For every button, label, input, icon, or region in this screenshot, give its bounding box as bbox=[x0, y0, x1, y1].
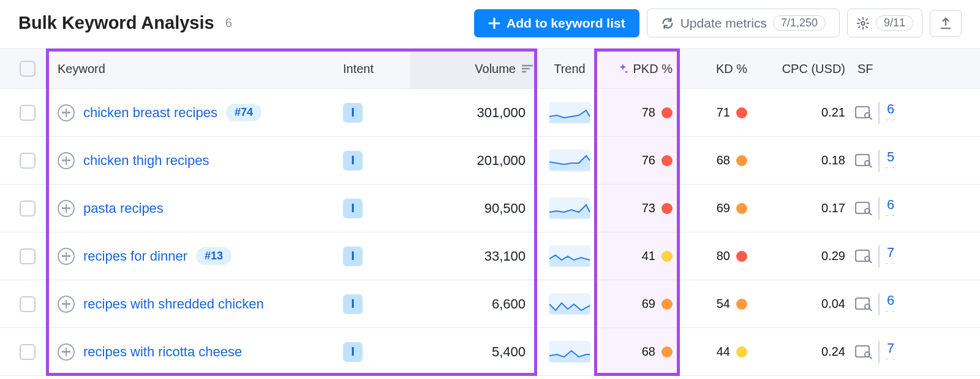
pkd-value: 68 bbox=[642, 345, 655, 359]
keyword-count: 6 bbox=[225, 16, 232, 30]
col-cpc[interactable]: CPC (USD) bbox=[753, 62, 851, 76]
pkd-value: 78 bbox=[642, 105, 655, 120]
col-intent[interactable]: Intent bbox=[337, 62, 410, 76]
table-settings-button[interactable]: 9/11 bbox=[847, 9, 922, 37]
kd-difficulty-dot bbox=[736, 107, 747, 118]
pkd-value: 76 bbox=[642, 153, 655, 167]
keyword-link[interactable]: recipes with shredded chicken bbox=[83, 296, 264, 312]
serp-icon[interactable] bbox=[855, 202, 872, 215]
intent-badge[interactable]: I bbox=[343, 247, 363, 266]
expand-icon[interactable] bbox=[58, 104, 75, 121]
sf-divider bbox=[878, 150, 880, 172]
sf-link[interactable]: 5 - - bbox=[886, 150, 896, 171]
row-checkbox[interactable] bbox=[20, 344, 36, 360]
kd-value: 80 bbox=[717, 249, 730, 263]
col-pkd-label: PKD % bbox=[633, 62, 673, 76]
kd-value: 44 bbox=[717, 345, 730, 359]
intent-badge[interactable]: I bbox=[343, 151, 363, 170]
serp-icon[interactable] bbox=[855, 106, 872, 120]
sf-link[interactable]: 7 - - bbox=[886, 342, 896, 362]
pkd-difficulty-dot bbox=[662, 299, 673, 310]
sf-divider bbox=[878, 293, 880, 315]
kd-value: 68 bbox=[717, 153, 730, 167]
col-trend[interactable]: Trend bbox=[539, 62, 600, 76]
table-row: recipes for dinner #13 I 33,100 41 80 bbox=[0, 232, 980, 280]
intent-badge[interactable]: I bbox=[343, 342, 363, 362]
trend-sparkline[interactable] bbox=[549, 197, 590, 220]
toolbar: Bulk Keyword Analysis 6 Add to keyword l… bbox=[0, 0, 980, 48]
kd-value: 69 bbox=[717, 201, 730, 215]
keyword-link[interactable]: recipes with ricotta cheese bbox=[83, 344, 242, 360]
sf-link[interactable]: 6 - - bbox=[886, 198, 896, 219]
table-row: chicken breast recipes #74 I 301,000 78 … bbox=[0, 89, 980, 137]
rank-pill: #13 bbox=[196, 247, 232, 265]
col-keyword[interactable]: Keyword bbox=[49, 62, 337, 76]
expand-icon[interactable] bbox=[58, 343, 75, 361]
sort-desc-icon bbox=[522, 64, 533, 73]
sf-link[interactable]: 6 - - bbox=[886, 102, 896, 123]
row-checkbox[interactable] bbox=[20, 105, 36, 121]
plus-icon bbox=[488, 17, 500, 29]
gear-icon bbox=[856, 17, 870, 30]
row-checkbox[interactable] bbox=[20, 153, 36, 169]
kd-difficulty-dot bbox=[736, 155, 747, 166]
sf-divider bbox=[878, 197, 880, 220]
page-title: Bulk Keyword Analysis bbox=[18, 13, 214, 33]
table-header-row: Keyword Intent Volume Trend PKD % KD % C… bbox=[0, 48, 980, 89]
kd-difficulty-dot bbox=[736, 251, 747, 262]
sf-link[interactable]: 7 - - bbox=[886, 246, 896, 267]
col-sf[interactable]: SF bbox=[851, 62, 943, 76]
cpc-value: 0.29 bbox=[753, 249, 851, 263]
expand-icon[interactable] bbox=[58, 200, 75, 217]
kd-value: 54 bbox=[717, 297, 730, 311]
update-metrics-button[interactable]: Update metrics 7/1,250 bbox=[647, 9, 840, 37]
volume-value: 90,500 bbox=[410, 201, 539, 216]
cpc-value: 0.04 bbox=[753, 297, 851, 311]
pkd-difficulty-dot bbox=[662, 251, 673, 262]
expand-icon[interactable] bbox=[58, 248, 75, 265]
row-checkbox[interactable] bbox=[20, 248, 36, 264]
col-pkd[interactable]: PKD % bbox=[600, 49, 680, 88]
kd-difficulty-dot bbox=[736, 346, 747, 358]
update-quota-pill: 7/1,250 bbox=[773, 15, 826, 31]
col-volume-label: Volume bbox=[475, 62, 516, 76]
trend-sparkline[interactable] bbox=[549, 293, 590, 315]
pkd-value: 69 bbox=[642, 297, 655, 311]
update-button-label: Update metrics bbox=[680, 16, 767, 31]
kd-difficulty-dot bbox=[736, 299, 747, 310]
keyword-link[interactable]: pasta recipes bbox=[83, 201, 164, 216]
expand-icon[interactable] bbox=[58, 296, 75, 313]
keyword-link[interactable]: recipes for dinner bbox=[83, 248, 187, 264]
export-button[interactable] bbox=[930, 10, 962, 37]
cpc-value: 0.24 bbox=[753, 345, 851, 359]
trend-sparkline[interactable] bbox=[549, 245, 590, 267]
col-kd[interactable]: KD % bbox=[680, 62, 753, 76]
trend-sparkline[interactable] bbox=[549, 102, 590, 124]
row-checkbox[interactable] bbox=[20, 296, 36, 312]
intent-badge[interactable]: I bbox=[343, 294, 363, 314]
keyword-link[interactable]: chicken thigh recipes bbox=[83, 153, 209, 169]
rank-pill: #74 bbox=[226, 104, 262, 121]
expand-icon[interactable] bbox=[58, 152, 75, 169]
sf-link[interactable]: 6 - - bbox=[886, 294, 896, 315]
trend-sparkline[interactable] bbox=[549, 150, 590, 172]
cpc-value: 0.18 bbox=[753, 153, 851, 167]
keyword-link[interactable]: chicken breast recipes bbox=[83, 105, 217, 121]
intent-badge[interactable]: I bbox=[343, 199, 363, 218]
serp-icon[interactable] bbox=[855, 345, 872, 359]
volume-value: 6,600 bbox=[410, 296, 539, 312]
col-volume[interactable]: Volume bbox=[410, 49, 539, 88]
serp-icon[interactable] bbox=[855, 250, 872, 263]
pkd-value: 41 bbox=[642, 249, 655, 263]
pkd-difficulty-dot bbox=[662, 346, 673, 358]
volume-value: 301,000 bbox=[410, 105, 539, 121]
select-all-checkbox[interactable] bbox=[20, 61, 36, 77]
serp-icon[interactable] bbox=[855, 297, 872, 311]
intent-badge[interactable]: I bbox=[343, 103, 363, 123]
add-to-keyword-list-button[interactable]: Add to keyword list bbox=[474, 9, 639, 37]
trend-sparkline[interactable] bbox=[549, 341, 590, 363]
row-checkbox[interactable] bbox=[20, 201, 36, 216]
keywords-table: Keyword Intent Volume Trend PKD % KD % C… bbox=[0, 48, 980, 376]
volume-value: 201,000 bbox=[410, 153, 539, 169]
serp-icon[interactable] bbox=[855, 154, 872, 167]
